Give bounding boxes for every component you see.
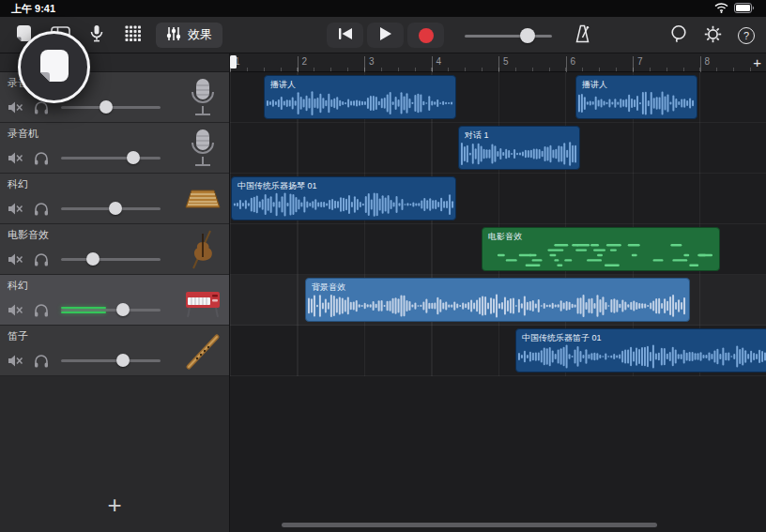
add-track-button[interactable]: + [107, 493, 121, 517]
track-lane[interactable]: 对话 1 [230, 123, 766, 174]
record-button[interactable] [407, 23, 444, 48]
volume-knob[interactable] [127, 151, 140, 164]
headphones-icon[interactable] [33, 302, 49, 317]
volume-slider[interactable] [61, 354, 161, 367]
track-panel-empty: + [0, 376, 229, 532]
help-button[interactable]: ? [738, 27, 755, 44]
loop-icon [669, 32, 688, 46]
strings-instrument-icon[interactable] [184, 229, 222, 270]
metronome-button[interactable] [574, 24, 591, 46]
volume-slider[interactable] [61, 151, 161, 164]
ruler-mark: 8 [700, 56, 711, 72]
volume-slider[interactable] [61, 252, 161, 266]
ruler-mark: 7 [633, 56, 643, 72]
region-label: 电影音效 [483, 228, 719, 243]
garageband-app: 上午 9:41 [0, 0, 766, 532]
track-lane[interactable]: 中国传统乐器笛子 01 [230, 326, 766, 376]
timeline-ruler[interactable]: + 12345678 [230, 53, 766, 72]
track-lanes: 播讲人播讲人 对话 1 中国传统乐器扬琴 01 电影音效 背景音效 中国传统乐器… [230, 72, 766, 376]
volume-knob[interactable] [116, 354, 130, 367]
effects-button[interactable]: 效果 [156, 23, 222, 48]
tutorial-spotlight[interactable] [18, 31, 90, 103]
audio-region[interactable]: 中国传统乐器笛子 01 [515, 328, 766, 372]
mute-icon[interactable] [8, 201, 23, 216]
headphones-icon[interactable] [33, 150, 49, 165]
dulcimer-instrument-icon[interactable] [184, 178, 222, 220]
help-icon: ? [738, 27, 755, 44]
level-meter [61, 307, 106, 316]
gear-icon [704, 32, 722, 46]
ruler-mark: 4 [432, 56, 442, 72]
audio-region[interactable]: 对话 1 [458, 126, 580, 170]
playhead[interactable] [230, 55, 237, 68]
mute-icon[interactable] [8, 99, 23, 114]
volume-knob[interactable] [116, 303, 130, 316]
volume-slider[interactable] [61, 202, 161, 215]
horizontal-scrollbar[interactable] [282, 523, 657, 527]
metronome-icon [574, 32, 591, 46]
flute-instrument-icon[interactable] [184, 330, 222, 372]
mute-icon[interactable] [8, 251, 23, 266]
timeline: + 12345678 播讲人播讲人 对话 1 中国传统乐器扬琴 01 电影音效 … [230, 53, 766, 532]
master-volume-slider[interactable] [465, 28, 552, 43]
ruler-mark: 2 [298, 56, 308, 72]
track-lane[interactable]: 电影音效 [230, 224, 766, 275]
rewind-button[interactable] [327, 23, 363, 48]
track-lane[interactable]: 中国传统乐器扬琴 01 [230, 174, 766, 224]
ruler-mark: 3 [364, 56, 375, 72]
headphones-icon[interactable] [33, 201, 49, 216]
volume-knob[interactable] [86, 252, 100, 266]
toolbar: 效果 [0, 17, 766, 53]
midi-region[interactable]: 电影音效 [482, 227, 720, 271]
audio-region[interactable]: 中国传统乐器扬琴 01 [231, 176, 456, 220]
track-lane[interactable]: 播讲人播讲人 [230, 72, 766, 123]
region-label: 中国传统乐器笛子 01 [516, 329, 766, 344]
loop-browser-button[interactable] [669, 24, 688, 46]
play-icon [379, 26, 392, 44]
waveform [459, 141, 579, 167]
document-icon [38, 48, 70, 87]
audio-region[interactable]: 播讲人 [264, 75, 456, 119]
add-bars-button[interactable]: + [753, 54, 761, 70]
waveform [265, 90, 455, 116]
status-time: 上午 9:41 [11, 2, 55, 16]
waveform [576, 90, 697, 116]
volume-knob[interactable] [100, 100, 113, 114]
volume-slider[interactable] [61, 100, 161, 114]
region-label: 播讲人 [265, 76, 455, 91]
loops-grid-button[interactable] [119, 23, 147, 48]
mute-icon[interactable] [8, 353, 23, 368]
volume-slider[interactable] [61, 303, 161, 316]
track-header[interactable]: 科幻 [0, 174, 229, 224]
settings-button[interactable] [704, 25, 722, 46]
mute-icon[interactable] [8, 302, 23, 317]
region-label: 背景音效 [306, 279, 689, 294]
status-bar: 上午 9:41 [0, 0, 766, 17]
track-header-panel: 录音机 录音机 [0, 53, 230, 532]
keyboard-instrument-icon[interactable] [184, 280, 222, 321]
track-header[interactable]: 录音机 [0, 123, 229, 174]
rewind-icon [338, 27, 353, 43]
headphones-icon[interactable] [33, 251, 49, 266]
track-header[interactable]: 笛子 [0, 326, 229, 376]
audio-region[interactable]: 播讲人 [575, 75, 697, 119]
microphone-instrument-icon[interactable] [184, 128, 222, 169]
sliders-icon [166, 26, 181, 44]
microphone-instrument-icon[interactable] [184, 77, 222, 118]
mute-icon[interactable] [8, 150, 23, 165]
audio-region[interactable]: 背景音效 [305, 278, 690, 322]
master-volume-knob[interactable] [520, 28, 535, 43]
waveform [483, 242, 719, 268]
track-header-selected[interactable]: 科幻 [0, 275, 229, 326]
waveform [516, 343, 766, 370]
ruler-mark: 6 [566, 56, 576, 72]
track-header[interactable]: 电影音效 [0, 224, 229, 275]
microphone-button[interactable] [83, 23, 111, 48]
grid-icon [125, 25, 142, 45]
volume-knob[interactable] [109, 202, 122, 215]
effects-label: 效果 [188, 26, 212, 43]
headphones-icon[interactable] [33, 353, 49, 368]
microphone-icon [90, 24, 103, 45]
track-lane-selected[interactable]: 背景音效 [230, 275, 766, 326]
play-button[interactable] [367, 23, 404, 48]
